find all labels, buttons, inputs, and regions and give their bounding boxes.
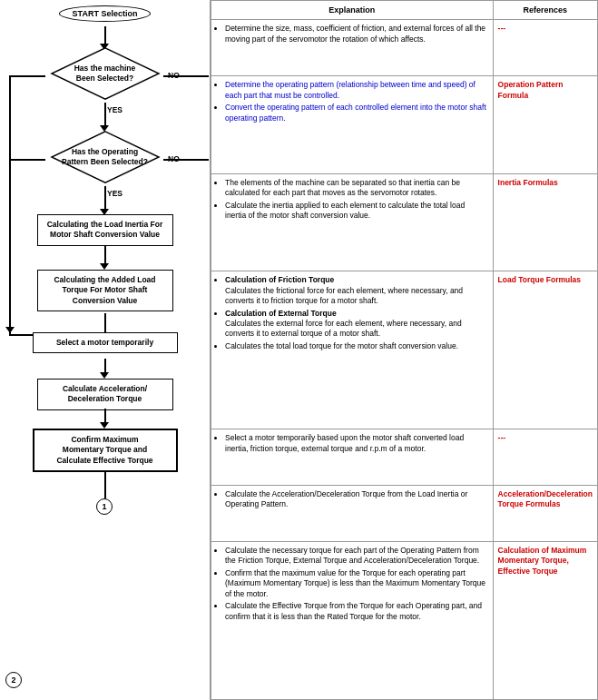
explanation-1: Determine the size, mass, coefficient of… [211, 20, 494, 76]
diamond1-label: Has the machineBeen Selected? [74, 64, 136, 84]
diamond1: Has the machineBeen Selected? [46, 46, 164, 101]
rect1-load-inertia: Calculating the Load Inertia ForMotor Sh… [37, 214, 173, 246]
diamond2-label: Has the OperatingPattern Been Selected? [62, 147, 148, 167]
loop-h-top1 [9, 75, 45, 77]
info-table: Explanation References Determine the siz… [211, 0, 598, 700]
explanation-4: Calculation of Friction TorqueCalculates… [211, 271, 494, 429]
loop-line-left [9, 75, 11, 334]
reference-1: --- [493, 20, 597, 76]
loop-h-top2 [9, 159, 45, 161]
no-line-1 [163, 75, 209, 77]
table-row: The elements of the machine can be separ… [211, 173, 598, 271]
reference-7: Calculation of Maximum Momentary Torque,… [493, 541, 597, 699]
col1-header: Explanation [211, 1, 494, 20]
table-row: Calculation of Friction TorqueCalculates… [211, 271, 598, 429]
reference-5: --- [493, 429, 597, 486]
arrow-r3 [100, 372, 109, 379]
rect3-container: Select a motor temporarily [0, 332, 210, 353]
reference-2: Operation Pattern Formula [493, 76, 597, 174]
line-r5 [104, 471, 106, 498]
info-table-container: Explanation References Determine the siz… [211, 0, 598, 700]
explanation-6: Calculate the Acceleration/Deceleration … [211, 486, 494, 542]
arrow-r1 [100, 263, 109, 270]
circle-2: 2 [5, 672, 22, 688]
yes-label-2: YES [107, 189, 123, 198]
no-line-2 [163, 159, 209, 161]
rect1-container: Calculating the Load Inertia ForMotor Sh… [0, 214, 210, 246]
arrow-r4 [100, 422, 109, 429]
table-row: Determine the operating pattern (relatio… [211, 76, 598, 174]
flowchart: START Selection Has the machineBeen Sele… [0, 0, 211, 700]
table-row: Calculate the necessary torque for each … [211, 541, 598, 699]
table-row: Determine the size, mass, coefficient of… [211, 20, 598, 76]
start-label: START Selection [59, 5, 152, 22]
start-node: START Selection [0, 5, 210, 22]
col2-header: References [493, 1, 597, 20]
reference-6: Acceleration/Deceleration Torque Formula… [493, 486, 597, 542]
table-row: Select a motor temporarily based upon th… [211, 429, 598, 486]
yes-label-1: YES [107, 105, 123, 114]
circle-1: 1 [96, 498, 113, 515]
rect4-accel-torque: Calculate Acceleration/Deceleration Torq… [37, 379, 173, 410]
reference-4: Load Torque Formulas [493, 271, 597, 429]
explanation-5: Select a motor temporarily based upon th… [211, 429, 494, 486]
explanation-3: The elements of the machine can be separ… [211, 173, 494, 271]
reference-3: Inertia Formulas [493, 173, 597, 271]
rect5-confirm-torque: Confirm MaximumMomentary Torque andCalcu… [33, 429, 178, 472]
rect3-select-motor: Select a motor temporarily [33, 332, 178, 353]
line-r2 [104, 313, 106, 333]
rect2-container: Calculating the Added LoadTorque For Mot… [0, 270, 210, 311]
rect5-container: Confirm MaximumMomentary Torque andCalcu… [0, 429, 210, 472]
rect4-container: Calculate Acceleration/Deceleration Torq… [0, 379, 210, 410]
explanation-2: Determine the operating pattern (relatio… [211, 76, 494, 174]
page: START Selection Has the machineBeen Sele… [0, 0, 598, 700]
line-yes1 [104, 103, 106, 128]
explanation-7: Calculate the necessary torque for each … [211, 541, 494, 699]
diamond2: Has the OperatingPattern Been Selected? [46, 130, 164, 184]
rect2-load-torque: Calculating the Added LoadTorque For Mot… [37, 270, 173, 311]
line-yes2 [104, 186, 106, 212]
table-row: Calculate the Acceleration/Deceleration … [211, 486, 598, 542]
